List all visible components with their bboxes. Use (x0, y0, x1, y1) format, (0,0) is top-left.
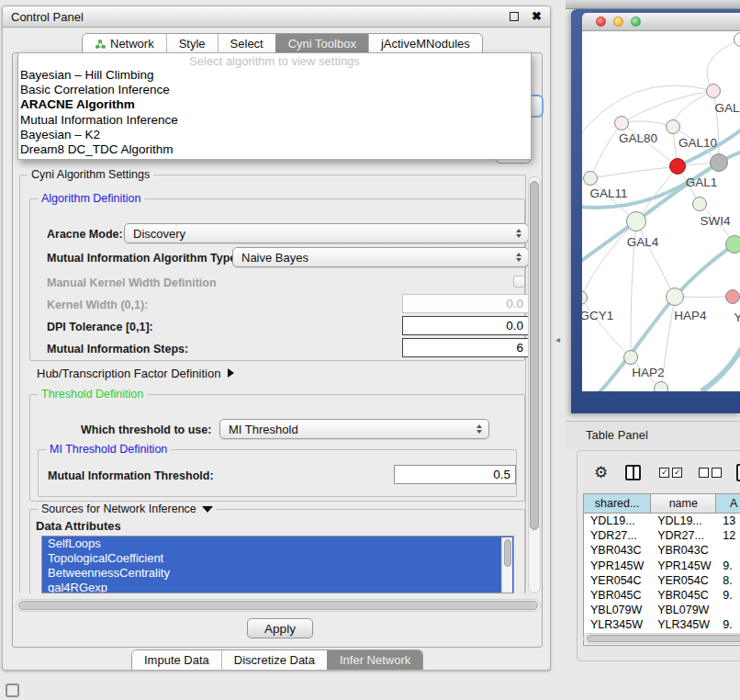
which-threshold-combobox[interactable]: MI Threshold (219, 419, 489, 439)
deselect-checkbox-icon[interactable] (712, 468, 722, 478)
column-header-shared-name[interactable]: shared... (584, 494, 651, 514)
network-node[interactable] (706, 84, 721, 98)
network-node[interactable] (626, 211, 646, 231)
mac-minimize-icon[interactable] (613, 17, 623, 27)
network-node-label: GAL1 (686, 175, 718, 189)
apply-button[interactable]: Apply (247, 618, 313, 638)
data-attributes-list[interactable]: SelfLoops TopologicalCoefficient Between… (41, 536, 514, 593)
network-canvas[interactable]: GALGAL80GAL10GAL1GAL11SWI4GAL4GCY1HAP4YH… (582, 31, 740, 391)
attribute-item[interactable]: TopologicalCoefficient (42, 551, 513, 566)
select-all-checkbox-icon[interactable]: ✓ (659, 468, 669, 478)
select-all-checkbox-icon[interactable]: ✓ (672, 468, 682, 478)
network-node[interactable] (654, 381, 668, 391)
hub-definition-label: Hub/Transcription Factor Definition (37, 367, 220, 380)
tab-style[interactable]: Style (166, 34, 218, 53)
mi-type-combobox[interactable]: Naive Bayes (232, 247, 529, 267)
float-window-icon[interactable] (510, 12, 519, 21)
sources-group-title[interactable]: Sources for Network Inference (38, 502, 217, 515)
attribute-item[interactable]: BetweennessCentrality (42, 566, 513, 581)
algorithm-option[interactable]: Basic Correlation Inference (18, 83, 531, 97)
table-horizontal-scrollbar[interactable] (583, 633, 740, 644)
aracne-mode-combobox[interactable]: Discovery (124, 223, 529, 243)
split-pane-icon[interactable] (625, 465, 641, 480)
gear-icon[interactable]: ⚙ (594, 463, 608, 482)
dpi-tolerance-field[interactable]: 0.0 (402, 316, 529, 335)
attribute-item[interactable]: SelfLoops (42, 536, 513, 551)
tab-impute-data[interactable]: Impute Data (132, 650, 221, 670)
close-icon[interactable]: ✖ (532, 12, 542, 21)
network-node-label: HAP4 (674, 309, 706, 322)
minimized-panel-icon[interactable] (6, 683, 19, 697)
tab-network[interactable]: Network (83, 34, 166, 53)
hub-definition-toggle[interactable]: Hub/Transcription Factor Definition (37, 367, 234, 380)
network-node[interactable] (583, 171, 598, 186)
mi-steps-label: Mutual Information Steps: (47, 343, 188, 356)
tab-label: Style (179, 35, 206, 53)
aracne-mode-value: Discovery (133, 227, 185, 241)
network-node[interactable] (669, 158, 686, 175)
stepper-arrows-icon (516, 253, 528, 262)
manual-kernel-checkbox[interactable] (513, 276, 525, 288)
control-panel-titlebar[interactable]: Control Panel ✖ (3, 6, 550, 28)
mi-type-label: Mutual Information Algorithm Type: (47, 252, 240, 265)
network-node-label: GAL80 (619, 131, 657, 145)
mi-type-value: Naive Bayes (241, 251, 308, 265)
list-vertical-scrollbar[interactable] (501, 537, 512, 593)
tab-discretize-data[interactable]: Discretize Data (221, 650, 327, 670)
table-row[interactable]: YBR045CYBR045C9. (584, 588, 740, 603)
tab-cyni-toolbox[interactable]: Cyni Toolbox (275, 34, 368, 53)
tab-jactivemnodules[interactable]: jActiveMNodules (368, 34, 482, 53)
data-attributes-label: Data Attributes (36, 519, 121, 533)
table-row[interactable]: YDL19...YDL19...13 (584, 514, 740, 528)
kernel-width-label: Kernel Width (0,1): (47, 299, 148, 311)
tab-infer-network[interactable]: Infer Network (327, 650, 422, 670)
settings-horizontal-scrollbar[interactable] (16, 599, 541, 612)
algorithm-option[interactable]: Bayesian – K2 (18, 128, 531, 142)
network-node[interactable] (725, 289, 740, 304)
panel-collapse-arrow-icon[interactable]: ◂ (555, 334, 560, 344)
table-panel-body: ⚙ ✓ ✓ shared... name A YDL19...YDL19...1… (577, 450, 740, 661)
network-node[interactable] (623, 350, 638, 365)
table-row[interactable]: YBR043CYBR043C (584, 543, 740, 558)
settings-vertical-scrollbar[interactable] (528, 176, 541, 593)
attribute-item[interactable]: gal4RGexp (42, 581, 513, 593)
column-header-name[interactable]: name (651, 494, 716, 514)
table-panel-header[interactable]: Table Panel (566, 421, 740, 448)
table-row[interactable]: YPR145WYPR145W9. (584, 559, 740, 573)
threshold-definition-title: Threshold Definition (38, 388, 147, 401)
algorithm-option[interactable]: Mutual Information Inference (18, 113, 531, 128)
network-node[interactable] (725, 235, 740, 254)
network-node[interactable] (666, 119, 680, 134)
mac-zoom-icon[interactable] (631, 17, 641, 27)
kernel-width-field[interactable]: 0.0 (402, 294, 529, 313)
mi-threshold-field[interactable]: 0.5 (394, 465, 516, 484)
network-window-titlebar[interactable] (582, 13, 740, 31)
network-node[interactable] (614, 116, 629, 130)
tab-select[interactable]: Select (218, 34, 275, 53)
algorithm-option-selected[interactable]: ARACNE Algorithm (18, 97, 531, 112)
bottom-tabbar: Impute Data Discretize Data Infer Networ… (131, 649, 423, 670)
table-row[interactable]: YDR27...YDR27...12 (584, 528, 740, 543)
network-node[interactable] (666, 288, 684, 306)
mi-steps-field[interactable]: 6 (402, 338, 529, 357)
table-row[interactable]: YLR345WYLR345W9. (584, 617, 740, 632)
algorithm-dropdown-popup: Select algorithm to view settings Bayesi… (17, 52, 532, 160)
column-header-clipped[interactable]: A (716, 494, 740, 514)
table-header-row: shared... name A (584, 494, 740, 514)
column-document-icon[interactable] (736, 464, 740, 481)
network-node-label: GCY1 (582, 309, 613, 322)
network-icon (95, 39, 106, 50)
algorithm-option[interactable]: Dream8 DC_TDC Algorithm (18, 142, 531, 157)
sources-title-text: Sources for Network Inference (41, 502, 196, 515)
table-row[interactable]: YER054CYER054C8. (584, 573, 740, 588)
network-node[interactable] (692, 197, 707, 211)
table-row[interactable]: YBL079WYBL079W (584, 603, 740, 617)
node-table: shared... name A YDL19...YDL19...13 YDR2… (583, 493, 740, 646)
mac-close-icon[interactable] (596, 17, 606, 27)
network-node-label: GAL (714, 101, 739, 115)
algorithm-option[interactable]: Bayesian – Hill Climbing (18, 68, 531, 83)
deselect-checkbox-icon[interactable] (699, 468, 709, 478)
network-node-label: Y (734, 310, 740, 324)
mi-threshold-group-title: MI Threshold Definition (46, 443, 171, 456)
network-node[interactable] (710, 153, 728, 172)
